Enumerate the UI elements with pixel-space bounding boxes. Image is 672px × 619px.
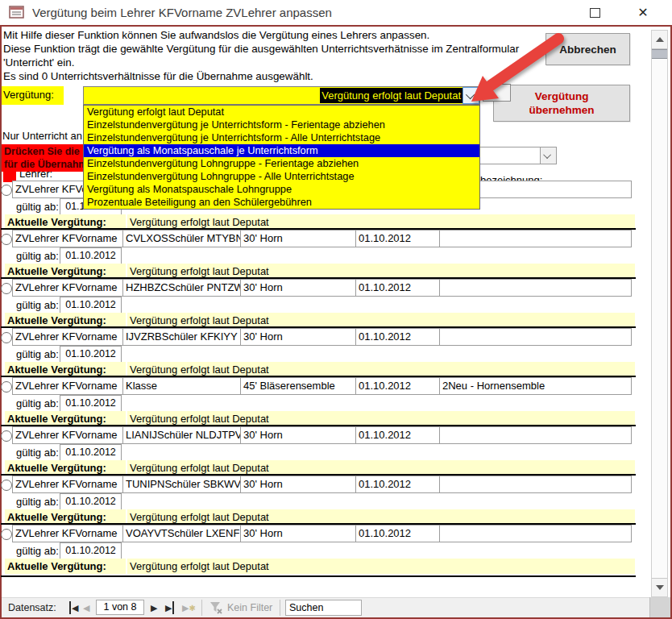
unterrichtsform-field[interactable]: 30' Horn xyxy=(240,426,356,444)
record-select-radio[interactable] xyxy=(1,381,12,393)
date-field[interactable]: 01.10.2012 xyxy=(355,230,440,247)
gueltig-ab-field[interactable]: 01.10.2012 xyxy=(60,297,122,314)
filter-status-button[interactable]: Kein Filter xyxy=(227,602,272,613)
chevron-down-icon xyxy=(543,151,551,159)
student-field[interactable]: HZHBZCSchüler PNTZW xyxy=(122,279,241,297)
record-select-radio[interactable] xyxy=(1,234,12,245)
record-block: ZVLehrer KFVornameIJVZRBSchüler KFKIYY30… xyxy=(0,328,645,377)
gueltig-ab-label: gültig ab: xyxy=(16,348,59,360)
date-field[interactable]: 01.10.2012 xyxy=(355,328,440,346)
gueltig-ab-label: gültig ab: xyxy=(16,397,59,409)
first-record-button[interactable]: ◀ xyxy=(69,601,78,614)
unterrichtsform-field[interactable]: 30' Horn xyxy=(240,328,356,346)
designation-field[interactable] xyxy=(439,476,632,493)
maximize-icon xyxy=(590,8,600,18)
student-field[interactable]: TUNIPNSchüler SBKWV xyxy=(122,476,241,493)
next-record-button[interactable]: ▶ xyxy=(151,601,157,614)
record-nav-label: Datensatz: xyxy=(8,602,56,613)
scrollbar-down-button[interactable] xyxy=(652,578,667,596)
designation-field[interactable] xyxy=(439,426,632,444)
dropdown-item-selected[interactable]: Vergütung als Monatspauschale je Unterri… xyxy=(84,144,479,157)
student-field[interactable]: Klasse xyxy=(122,377,241,395)
dropdown-item[interactable]: Einzelstundenvergütung je Unterrichtsfor… xyxy=(84,131,479,144)
last-record-button[interactable]: ▶ xyxy=(165,601,174,614)
student-field[interactable]: IJVZRBSchüler KFKIYY xyxy=(122,328,241,346)
designation-field[interactable] xyxy=(439,230,632,247)
unterrichtsform-field[interactable]: 30' Horn xyxy=(240,230,356,247)
dropdown-item[interactable]: Einzelstundenvergütung je Unterrichtsfor… xyxy=(84,118,479,131)
gueltig-ab-field[interactable]: 01.10.2012 xyxy=(60,346,122,363)
record-block: ZVLehrer KFVornameCVLXOSSchüler MTYBN30'… xyxy=(0,230,645,279)
teacher-field[interactable]: ZVLehrer KFVorname xyxy=(12,525,123,542)
record-select-radio[interactable] xyxy=(1,480,12,491)
dropdown-item[interactable]: Vergütung als Monatspauschale Lohngruppe xyxy=(84,183,479,196)
designation-field[interactable] xyxy=(439,279,632,297)
record-fields: ZVLehrer KFVornameHZHBZCSchüler PNTZW30'… xyxy=(12,279,632,297)
record-select-radio[interactable] xyxy=(1,332,12,343)
unterrichtsform-field[interactable]: 30' Horn xyxy=(240,476,356,493)
triangle-down-icon xyxy=(656,585,664,590)
gueltig-ab-label: gültig ab: xyxy=(16,545,59,557)
record-block: ZVLehrer KFVornameLIANIJSchüler NLDJTPV3… xyxy=(0,426,645,476)
teacher-field[interactable]: ZVLehrer KFVorname xyxy=(12,377,123,395)
date-field[interactable]: 01.10.2012 xyxy=(355,279,440,297)
student-field[interactable]: VOAYVTSchüler LXENF xyxy=(122,525,241,542)
date-field[interactable]: 01.10.2012 xyxy=(355,377,440,395)
student-field[interactable]: LIANIJSchüler NLDJTPV xyxy=(122,426,241,444)
combobox-dropdown-button[interactable] xyxy=(540,147,556,164)
gueltig-ab-field[interactable]: 01.10.2012 xyxy=(60,542,122,559)
gueltig-ab-label: gültig ab: xyxy=(16,250,59,262)
aktuelle-verguetung-field[interactable]: Vergütung erfolgt laut Deputat xyxy=(127,559,635,574)
previous-record-button[interactable]: ◀ xyxy=(83,601,89,614)
date-field[interactable]: 01.10.2012 xyxy=(355,476,440,493)
verguetung-label: Vergütung: xyxy=(2,86,64,105)
teacher-field[interactable]: ZVLehrer KFVorname xyxy=(12,230,123,247)
scrollbar-thumb[interactable] xyxy=(652,49,667,59)
designation-field[interactable] xyxy=(439,328,632,346)
designation-field[interactable]: 2Neu - Hornensemble xyxy=(439,377,632,395)
record-fields: ZVLehrer KFVornameLIANIJSchüler NLDJTPV3… xyxy=(12,426,632,444)
triangle-up-icon xyxy=(656,37,664,42)
unterrichtsform-field[interactable]: 30' Horn xyxy=(240,525,356,542)
record-select-radio[interactable] xyxy=(1,529,12,540)
verguetung-combobox[interactable]: Vergütung erfolgt laut Deputat xyxy=(83,86,480,105)
gueltig-ab-label: gültig ab: xyxy=(16,299,59,311)
teacher-field[interactable]: ZVLehrer KFVorname xyxy=(12,476,123,493)
dropdown-item[interactable]: Prozentuale Beteiligung an den Schülerge… xyxy=(84,196,479,209)
record-select-radio[interactable] xyxy=(1,185,12,196)
divider xyxy=(280,600,280,616)
gueltig-ab-field[interactable]: 01.10.2012 xyxy=(60,395,122,412)
dropdown-item[interactable]: Einzelstundenvergütung Lohngruppe - Feri… xyxy=(84,157,479,170)
teacher-field[interactable]: ZVLehrer KFVorname xyxy=(12,426,123,444)
title-bar: Vergütung beim Lehrer KFVorname ZVLehrer… xyxy=(0,0,672,25)
record-select-radio[interactable] xyxy=(1,283,12,294)
record-select-radio[interactable] xyxy=(1,430,12,442)
record-position-field[interactable]: 1 von 8 xyxy=(96,600,144,615)
combobox-selected-value: Vergütung erfolgt laut Deputat xyxy=(320,88,463,103)
unterrichtsform-field[interactable]: 30' Horn xyxy=(240,279,356,297)
dialog-window: Vergütung beim Lehrer KFVorname ZVLehrer… xyxy=(0,0,672,619)
record-block: ZVLehrer KFVornameKlasse45' Bläserensemb… xyxy=(0,377,645,426)
aktuelle-verguetung-label: Aktuelle Vergütung: xyxy=(5,559,126,574)
search-input[interactable]: Suchen xyxy=(285,600,362,616)
unterrichtsform-combobox[interactable] xyxy=(479,147,557,164)
date-field[interactable]: 01.10.2012 xyxy=(355,525,440,542)
teacher-field[interactable]: ZVLehrer KFVorname xyxy=(12,328,123,346)
scrollbar-track[interactable] xyxy=(651,30,668,597)
gueltig-ab-field[interactable]: 01.10.2012 xyxy=(60,444,122,461)
teacher-field[interactable]: ZVLehrer KFVorname xyxy=(12,279,123,297)
unterrichtsform-field[interactable]: 45' Bläserensemble xyxy=(240,377,356,395)
gueltig-ab-label: gültig ab: xyxy=(16,447,59,459)
gueltig-ab-field[interactable]: 01.10.2012 xyxy=(60,247,122,264)
designation-field[interactable] xyxy=(439,525,632,542)
dropdown-item[interactable]: Vergütung erfolgt laut Deputat xyxy=(84,106,479,118)
maximize-button[interactable] xyxy=(582,3,608,23)
scrollbar-up-button[interactable] xyxy=(652,31,667,49)
student-field[interactable]: CVLXOSSchüler MTYBN xyxy=(122,230,241,247)
gueltig-ab-field[interactable]: 01.10.2012 xyxy=(60,493,122,510)
date-field[interactable]: 01.10.2012 xyxy=(355,426,440,444)
close-button[interactable]: ✕ xyxy=(630,3,656,23)
dropdown-item[interactable]: Einzelstundenvergütung Lohngruppe - Alle… xyxy=(84,170,479,183)
titlebar-separator xyxy=(0,25,672,27)
new-record-button[interactable]: ▶✱ xyxy=(182,601,196,615)
